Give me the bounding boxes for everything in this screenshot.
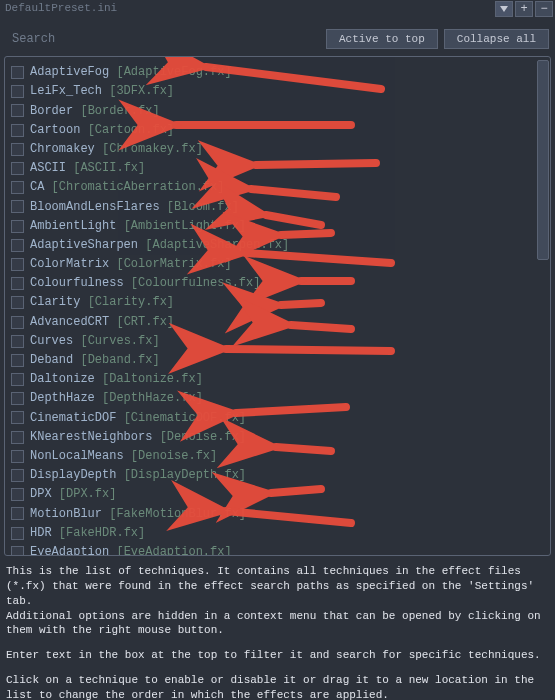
technique-checkbox[interactable] — [11, 431, 24, 444]
technique-label: MotionBlur [FakeMotionBlur.fx] — [30, 506, 246, 523]
technique-file: FakeHDR.fx — [66, 526, 138, 540]
technique-row[interactable]: Border [Border.fx] — [11, 101, 536, 120]
technique-name: AdaptiveSharpen — [30, 238, 138, 252]
technique-checkbox[interactable] — [11, 143, 24, 156]
technique-checkbox[interactable] — [11, 85, 24, 98]
technique-checkbox[interactable] — [11, 124, 24, 137]
technique-file: DepthHaze.fx — [109, 391, 195, 405]
search-input[interactable] — [6, 28, 320, 50]
technique-checkbox[interactable] — [11, 162, 24, 175]
technique-label: DisplayDepth [DisplayDepth.fx] — [30, 467, 246, 484]
technique-row[interactable]: MotionBlur [FakeMotionBlur.fx] — [11, 504, 536, 523]
scroll-thumb[interactable] — [537, 60, 549, 260]
technique-row[interactable]: Cartoon [Cartoon.fx] — [11, 121, 536, 140]
technique-file: DisplayDepth.fx — [131, 468, 239, 482]
technique-checkbox[interactable] — [11, 392, 24, 405]
technique-label: Colourfulness [Colourfulness.fx] — [30, 275, 260, 292]
collapse-all-button[interactable]: Collapse all — [444, 29, 549, 49]
technique-file: Colourfulness.fx — [138, 276, 253, 290]
technique-file: Curves.fx — [88, 334, 153, 348]
help-text: This is the list of techniques. It conta… — [0, 556, 555, 700]
technique-row[interactable]: CA [ChromaticAberration.fx] — [11, 178, 536, 197]
technique-checkbox[interactable] — [11, 546, 24, 555]
technique-file: AdaptiveFog.fx — [124, 65, 225, 79]
technique-checkbox[interactable] — [11, 66, 24, 79]
technique-checkbox[interactable] — [11, 296, 24, 309]
technique-name: AdaptiveFog — [30, 65, 109, 79]
technique-checkbox[interactable] — [11, 488, 24, 501]
technique-label: LeiFx_Tech [3DFX.fx] — [30, 83, 174, 100]
technique-row[interactable]: Curves [Curves.fx] — [11, 332, 536, 351]
technique-name: NonLocalMeans — [30, 449, 124, 463]
technique-name: Daltonize — [30, 372, 95, 386]
technique-file: AmbientLight.fx — [131, 219, 239, 233]
technique-checkbox[interactable] — [11, 354, 24, 367]
technique-label: DPX [DPX.fx] — [30, 486, 116, 503]
technique-row[interactable]: AdaptiveSharpen [AdaptiveSharpen.fx] — [11, 236, 536, 255]
technique-checkbox[interactable] — [11, 220, 24, 233]
technique-row[interactable]: BloomAndLensFlares [Bloom.fx] — [11, 197, 536, 216]
technique-row[interactable]: Daltonize [Daltonize.fx] — [11, 370, 536, 389]
technique-label: CA [ChromaticAberration.fx] — [30, 179, 224, 196]
technique-name: Chromakey — [30, 142, 95, 156]
technique-row[interactable]: DepthHaze [DepthHaze.fx] — [11, 389, 536, 408]
technique-checkbox[interactable] — [11, 181, 24, 194]
technique-row[interactable]: DisplayDepth [DisplayDepth.fx] — [11, 466, 536, 485]
technique-row[interactable]: AdaptiveFog [AdaptiveFog.fx] — [11, 63, 536, 82]
technique-row[interactable]: Chromakey [Chromakey.fx] — [11, 140, 536, 159]
top-bar: DefaultPreset.ini + − — [0, 0, 555, 18]
add-preset-button[interactable]: + — [515, 1, 533, 17]
technique-file: ASCII.fx — [80, 161, 138, 175]
technique-label: CinematicDOF [CinematicDOF.fx] — [30, 410, 246, 427]
technique-row[interactable]: KNearestNeighbors [Denoise.fx] — [11, 428, 536, 447]
technique-name: CA — [30, 180, 44, 194]
technique-checkbox[interactable] — [11, 200, 24, 213]
dropdown-button[interactable] — [495, 1, 513, 17]
technique-checkbox[interactable] — [11, 277, 24, 290]
triangle-down-icon — [499, 4, 509, 14]
technique-row[interactable]: HDR [FakeHDR.fx] — [11, 524, 536, 543]
technique-checkbox[interactable] — [11, 507, 24, 520]
technique-checkbox[interactable] — [11, 411, 24, 424]
technique-row[interactable]: NonLocalMeans [Denoise.fx] — [11, 447, 536, 466]
technique-row[interactable]: AmbientLight [AmbientLight.fx] — [11, 217, 536, 236]
technique-name: Curves — [30, 334, 73, 348]
technique-name: AmbientLight — [30, 219, 116, 233]
technique-checkbox[interactable] — [11, 258, 24, 271]
technique-file: 3DFX.fx — [116, 84, 166, 98]
technique-name: DPX — [30, 487, 52, 501]
technique-row[interactable]: ASCII [ASCII.fx] — [11, 159, 536, 178]
technique-row[interactable]: Colourfulness [Colourfulness.fx] — [11, 274, 536, 293]
technique-checkbox[interactable] — [11, 450, 24, 463]
technique-label: Clarity [Clarity.fx] — [30, 294, 174, 311]
technique-name: BloomAndLensFlares — [30, 200, 160, 214]
scrollbar[interactable] — [537, 58, 549, 554]
svg-marker-0 — [500, 6, 508, 12]
technique-file: Chromakey.fx — [109, 142, 195, 156]
technique-row[interactable]: EyeAdaption [EyeAdaption.fx] — [11, 543, 536, 555]
technique-file: CinematicDOF.fx — [131, 411, 239, 425]
technique-row[interactable]: DPX [DPX.fx] — [11, 485, 536, 504]
help-paragraph: This is the list of techniques. It conta… — [6, 565, 534, 607]
technique-row[interactable]: Deband [Deband.fx] — [11, 351, 536, 370]
technique-row[interactable]: Clarity [Clarity.fx] — [11, 293, 536, 312]
active-to-top-button[interactable]: Active to top — [326, 29, 438, 49]
help-paragraph: Enter text in the box at the top to filt… — [6, 648, 549, 663]
technique-checkbox[interactable] — [11, 527, 24, 540]
technique-checkbox[interactable] — [11, 469, 24, 482]
help-paragraph: Additional options are hidden in a conte… — [6, 610, 541, 637]
technique-label: ColorMatrix [ColorMatrix.fx] — [30, 256, 232, 273]
technique-checkbox[interactable] — [11, 104, 24, 117]
technique-name: ASCII — [30, 161, 66, 175]
technique-name: AdvancedCRT — [30, 315, 109, 329]
technique-row[interactable]: LeiFx_Tech [3DFX.fx] — [11, 82, 536, 101]
technique-label: HDR [FakeHDR.fx] — [30, 525, 145, 542]
technique-checkbox[interactable] — [11, 335, 24, 348]
technique-row[interactable]: CinematicDOF [CinematicDOF.fx] — [11, 408, 536, 427]
technique-row[interactable]: ColorMatrix [ColorMatrix.fx] — [11, 255, 536, 274]
remove-preset-button[interactable]: − — [535, 1, 553, 17]
technique-row[interactable]: AdvancedCRT [CRT.fx] — [11, 312, 536, 331]
technique-checkbox[interactable] — [11, 239, 24, 252]
technique-checkbox[interactable] — [11, 316, 24, 329]
technique-checkbox[interactable] — [11, 373, 24, 386]
